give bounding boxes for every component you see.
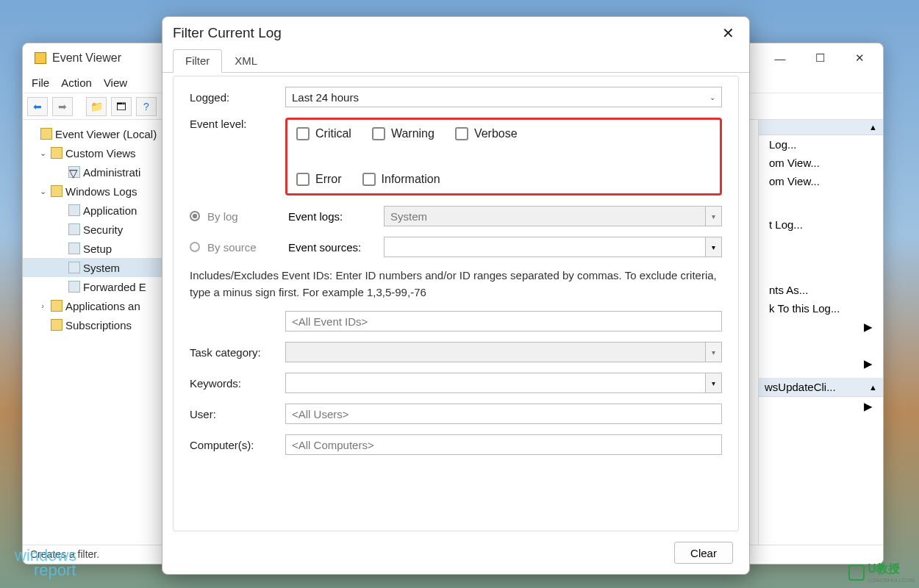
maximize-button[interactable]: ☐ <box>811 49 829 67</box>
user-input[interactable]: <All Users> <box>285 404 722 424</box>
radio-by-source[interactable] <box>190 242 200 252</box>
tree-log-application[interactable]: Application <box>83 204 137 217</box>
menu-file[interactable]: File <box>32 76 49 89</box>
by-source-label: By source <box>207 241 288 254</box>
action-submenu-icon[interactable]: ▶ <box>759 318 883 337</box>
back-button[interactable]: ⬅ <box>27 97 48 116</box>
tree-log-forwarded[interactable]: Forwarded E <box>83 281 146 293</box>
action-item[interactable]: t Log... <box>759 215 883 234</box>
computers-label: Computer(s): <box>190 439 285 451</box>
logged-value: Last 24 hours <box>292 91 359 104</box>
tree-log-system[interactable]: System <box>83 262 120 274</box>
by-log-label: By log <box>207 210 288 223</box>
tree-admin[interactable]: Administrati <box>83 166 140 179</box>
dialog-title: Filter Current Log <box>173 25 282 41</box>
action-submenu-icon[interactable]: ▶ <box>759 354 883 373</box>
action-item[interactable]: om View... <box>759 154 883 172</box>
event-sources-label: Event sources: <box>288 241 384 254</box>
shield-icon <box>848 564 865 581</box>
chevron-down-icon: ⌄ <box>709 93 715 101</box>
chevron-down-icon: ▾ <box>705 237 721 257</box>
tree-subscriptions[interactable]: Subscriptions <box>65 319 132 331</box>
collapse-icon[interactable]: ▲ <box>869 123 877 132</box>
action-item[interactable]: Log... <box>759 135 883 154</box>
chevron-down-icon: ▾ <box>705 207 721 226</box>
radio-by-log[interactable] <box>190 211 200 221</box>
event-logs-label: Event logs: <box>288 210 384 223</box>
actions-header: ▲ <box>759 120 883 135</box>
collapse-icon[interactable]: ▲ <box>869 383 877 392</box>
action-item[interactable]: nts As... <box>759 281 883 299</box>
event-sources-dropdown[interactable]: ▾ <box>384 237 722 257</box>
task-category-dropdown[interactable]: ▾ <box>285 342 722 362</box>
toolbar-icon-2[interactable]: 🗔 <box>111 97 132 116</box>
logged-label: Logged: <box>190 91 285 104</box>
event-ids-hint: Includes/Excludes Event IDs: Enter ID nu… <box>190 268 722 301</box>
tree-applications[interactable]: Applications an <box>65 300 140 312</box>
event-level-group: Critical Warning Verbose Error Informati… <box>285 118 722 196</box>
actions-subheader: wsUpdateCli...▲ <box>759 378 883 397</box>
keywords-dropdown[interactable]: ▾ <box>285 373 722 393</box>
tree-custom-views[interactable]: Custom Views <box>65 147 136 159</box>
checkbox-critical[interactable]: Critical <box>296 127 351 140</box>
event-ids-input[interactable]: <All Event IDs> <box>285 311 722 331</box>
app-icon <box>35 52 46 64</box>
tab-xml[interactable]: XML <box>222 49 270 72</box>
action-submenu-icon[interactable]: ▶ <box>759 397 883 416</box>
keywords-label: Keywords: <box>190 377 285 390</box>
dialog-tabs: Filter XML <box>162 49 749 73</box>
tree-log-setup[interactable]: Setup <box>83 243 112 255</box>
close-button[interactable]: ✕ <box>851 49 868 67</box>
checkbox-error[interactable]: Error <box>296 173 342 186</box>
tree-windows-logs[interactable]: Windows Logs <box>65 185 137 198</box>
action-item[interactable]: om View... <box>759 172 883 190</box>
tree-log-security[interactable]: Security <box>83 223 123 236</box>
event-level-label: Event level: <box>190 118 285 130</box>
forward-button[interactable]: ➡ <box>52 97 73 116</box>
watermark-windows-report: windowsreport <box>15 548 76 578</box>
checkbox-warning[interactable]: Warning <box>372 127 435 140</box>
checkbox-verbose[interactable]: Verbose <box>455 127 518 140</box>
dialog-close-button[interactable]: ✕ <box>718 23 739 43</box>
event-logs-value: System <box>390 210 427 223</box>
checkbox-information[interactable]: Information <box>362 173 440 186</box>
task-category-label: Task category: <box>190 346 285 359</box>
toolbar-icon-1[interactable]: 📁 <box>86 97 107 116</box>
user-label: User: <box>190 408 285 420</box>
watermark-ujiaoshou: U教授UJIAOSHOU.COM <box>848 562 915 584</box>
action-item[interactable]: k To this Log... <box>759 299 883 318</box>
help-button[interactable]: ? <box>136 97 157 116</box>
tree-root[interactable]: Event Viewer (Local) <box>55 128 157 140</box>
logged-dropdown[interactable]: Last 24 hours ⌄ <box>285 87 722 107</box>
menu-action[interactable]: Action <box>61 76 92 89</box>
actions-pane: ▲ Log... om View... om View... t Log... … <box>758 120 883 564</box>
event-logs-dropdown[interactable]: System ▾ <box>384 206 722 226</box>
clear-button[interactable]: Clear <box>674 542 733 564</box>
chevron-down-icon: ▾ <box>705 343 721 362</box>
filter-dialog: Filter Current Log ✕ Filter XML Logged: … <box>162 16 750 575</box>
menu-view[interactable]: View <box>104 76 127 89</box>
tab-filter[interactable]: Filter <box>173 49 222 73</box>
computers-input[interactable]: <All Computers> <box>285 434 722 455</box>
chevron-down-icon: ▾ <box>705 373 721 392</box>
minimize-button[interactable]: ― <box>771 49 789 67</box>
dialog-titlebar: Filter Current Log ✕ <box>162 17 749 49</box>
window-title: Event Viewer <box>52 51 121 65</box>
